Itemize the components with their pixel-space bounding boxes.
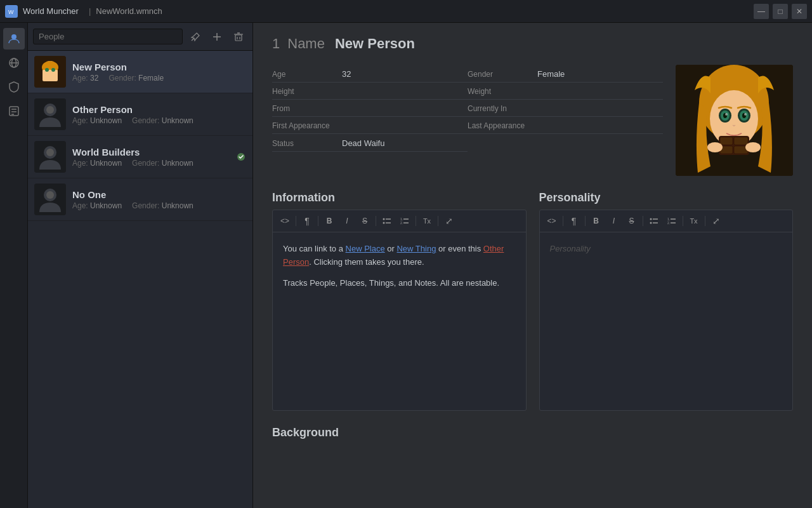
shield-nav-icon[interactable] xyxy=(3,76,25,98)
p-toolbar-sep xyxy=(563,216,563,226)
person-name: World Builders xyxy=(72,147,230,157)
height-field: Height xyxy=(272,83,468,100)
from-field: From xyxy=(272,100,468,117)
delete-person-button[interactable] xyxy=(230,28,247,46)
svg-text:W: W xyxy=(8,9,14,15)
p-toolbar-sep-2 xyxy=(585,216,586,226)
new-place-link[interactable]: New Place xyxy=(346,244,385,253)
height-label: Height xyxy=(272,87,342,96)
name-label: Name xyxy=(287,36,325,52)
first-appearance-label: First Appearance xyxy=(272,121,342,130)
bullet-list-button[interactable] xyxy=(379,213,395,229)
svg-point-52 xyxy=(745,142,761,152)
titlebar: W World Muncher | NewWorld.wmnch — □ ✕ xyxy=(0,0,812,23)
maximize-button[interactable]: □ xyxy=(773,4,788,19)
svg-rect-48 xyxy=(734,137,748,145)
p-fullscreen-button[interactable]: ⤢ xyxy=(708,213,724,229)
p-code-button[interactable]: <> xyxy=(544,213,560,229)
pin-button[interactable] xyxy=(187,28,204,46)
gender-meta: Gender: Female xyxy=(108,74,164,83)
other-person-link[interactable]: Other Person xyxy=(283,244,504,267)
toolbar-sep-2 xyxy=(318,216,318,226)
people-nav-icon[interactable] xyxy=(3,28,25,50)
clear-format-button[interactable]: Tx xyxy=(419,213,435,229)
p-bullet-list-button[interactable] xyxy=(646,213,662,229)
svg-point-63 xyxy=(650,222,652,224)
person-number: 1 xyxy=(272,36,280,52)
personality-title: Personality xyxy=(539,191,794,204)
weight-label: Weight xyxy=(468,87,537,96)
list-item[interactable]: Other Person Age: Unknown Gender: Unknow… xyxy=(28,93,252,136)
gender-meta: Gender: Unknown xyxy=(132,116,193,125)
weight-field: Weight xyxy=(468,83,663,100)
strikethrough-button[interactable]: S xyxy=(357,213,373,229)
age-label: Age xyxy=(272,70,342,79)
information-block: Information <> ¶ B I S xyxy=(272,191,527,411)
p-toolbar-sep-5 xyxy=(705,216,705,226)
paragraph-button[interactable]: ¶ xyxy=(299,213,315,229)
new-thing-link[interactable]: New Thing xyxy=(396,244,436,253)
status-field: Status Dead Waifu xyxy=(272,134,468,152)
italic-button[interactable]: I xyxy=(339,213,355,229)
avatar xyxy=(34,184,66,215)
list-item[interactable]: New Person Age: 32 Gender: Female xyxy=(28,51,252,93)
status-value: Dead Waifu xyxy=(342,138,468,148)
search-input[interactable] xyxy=(33,29,183,44)
person-meta: Age: Unknown Gender: Unknown xyxy=(72,201,246,210)
last-appearance-label: Last Appearance xyxy=(468,121,537,130)
avatar xyxy=(34,141,66,173)
personality-body[interactable]: Personality xyxy=(540,232,793,410)
svg-point-53 xyxy=(383,218,385,220)
p-bold-button[interactable]: B xyxy=(588,213,605,229)
svg-point-23 xyxy=(51,68,55,72)
personality-block: Personality <> ¶ B I S xyxy=(539,191,794,411)
personality-toolbar: <> ¶ B I S 1.2. xyxy=(540,210,793,232)
gender-meta: Gender: Unknown xyxy=(132,201,193,210)
p-clear-format-button[interactable]: Tx xyxy=(686,213,702,229)
minimize-button[interactable]: — xyxy=(754,4,769,19)
globe-nav-icon[interactable] xyxy=(3,52,25,74)
person-name: New Person xyxy=(72,62,246,72)
first-appearance-field: First Appearance xyxy=(272,117,468,134)
svg-point-45 xyxy=(744,113,747,116)
ordered-list-button[interactable]: 1.2. xyxy=(396,213,413,229)
information-title: Information xyxy=(272,191,527,204)
code-button[interactable]: <> xyxy=(277,213,293,229)
sidebar: New Person Age: 32 Gender: Female xyxy=(28,23,253,508)
list-item[interactable]: No One Age: Unknown Gender: Unknown xyxy=(28,178,252,221)
svg-rect-21 xyxy=(43,70,58,81)
svg-point-51 xyxy=(707,142,723,152)
currently-in-field: Currently In xyxy=(468,100,663,117)
p-strikethrough-button[interactable]: S xyxy=(624,213,640,229)
svg-line-10 xyxy=(192,38,194,41)
person-meta: Age: Unknown Gender: Unknown xyxy=(72,159,230,168)
bold-button[interactable]: B xyxy=(321,213,337,229)
close-button[interactable]: ✕ xyxy=(792,4,807,19)
information-editor: <> ¶ B I S 1.2. xyxy=(272,210,527,411)
fields-area: Age 32 Height From First Appearance xyxy=(272,65,663,176)
p-toolbar-sep-3 xyxy=(643,216,643,226)
p-paragraph-button[interactable]: ¶ xyxy=(566,213,582,229)
list-item[interactable]: World Builders Age: Unknown Gender: Unkn… xyxy=(28,136,252,178)
svg-point-22 xyxy=(45,68,49,72)
notes-nav-icon[interactable] xyxy=(3,100,25,122)
person-info: No One Age: Unknown Gender: Unknown xyxy=(72,189,246,210)
fields-right: Gender Female Weight Currently In La xyxy=(468,65,663,152)
from-label: From xyxy=(272,104,342,113)
avatar xyxy=(34,56,66,88)
fullscreen-button[interactable]: ⤢ xyxy=(441,213,457,229)
detail-section: Age 32 Height From First Appearance xyxy=(272,65,793,176)
p-italic-button[interactable]: I xyxy=(606,213,622,229)
portrait-image xyxy=(676,65,793,176)
age-field: Age 32 xyxy=(272,65,468,83)
information-body[interactable]: You can link to a New Place or New Thing… xyxy=(273,232,526,410)
svg-point-2 xyxy=(11,34,16,39)
p-toolbar-sep-4 xyxy=(683,216,683,226)
window-controls: — □ ✕ xyxy=(754,4,807,19)
app-body: New Person Age: 32 Gender: Female xyxy=(0,23,812,508)
avatar xyxy=(34,98,66,130)
add-person-button[interactable] xyxy=(208,28,226,46)
svg-point-29 xyxy=(46,149,54,156)
p-ordered-list-button[interactable]: 1.2. xyxy=(664,213,680,229)
toolbar-sep xyxy=(296,216,296,226)
